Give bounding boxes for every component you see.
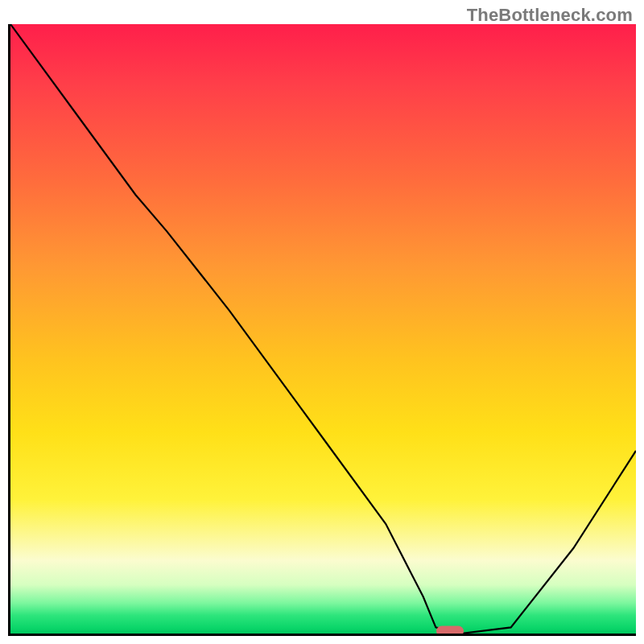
bottleneck-curve-svg — [10, 24, 636, 634]
bottleneck-chart: TheBottleneck.com — [0, 0, 644, 644]
watermark-text: TheBottleneck.com — [467, 5, 633, 26]
plot-area — [8, 24, 636, 636]
bottleneck-curve-path — [10, 24, 636, 634]
optimal-point-marker — [436, 626, 464, 637]
